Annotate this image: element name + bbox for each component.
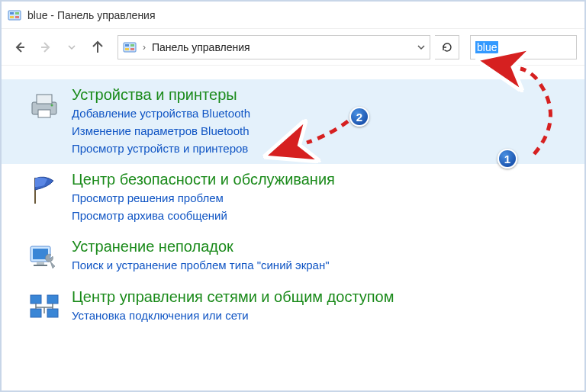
result-security-maintenance[interactable]: Центр безопасности и обслуживания Просмо… (2, 164, 584, 231)
control-panel-window: blue - Панель управления › Панель управл… (0, 0, 586, 392)
refresh-button[interactable] (435, 35, 459, 59)
search-input[interactable]: blue (470, 35, 577, 59)
control-panel-icon (123, 40, 137, 54)
svg-rect-17 (34, 265, 47, 266)
svg-rect-6 (125, 44, 129, 47)
arrow-left-icon (13, 40, 27, 54)
result-link[interactable]: Изменение параметров Bluetooth (72, 124, 250, 139)
result-link[interactable]: Просмотр решения проблем (72, 191, 335, 206)
svg-rect-21 (47, 309, 58, 317)
address-dropdown[interactable] (417, 43, 425, 51)
svg-rect-1 (10, 12, 14, 14)
svg-rect-19 (47, 295, 58, 304)
result-devices-printers[interactable]: Устройства и принтеры Добавление устройс… (2, 79, 584, 164)
result-title[interactable]: Центр управления сетями и общим доступом (72, 288, 394, 306)
result-link[interactable]: Добавление устройства Bluetooth (72, 106, 250, 121)
printer-icon (27, 88, 61, 122)
result-title[interactable]: Устранение неполадок (72, 237, 330, 255)
window-title: blue - Панель управления (27, 9, 156, 21)
svg-rect-4 (15, 16, 19, 18)
chevron-down-icon (68, 43, 76, 51)
result-title[interactable]: Устройства и принтеры (72, 85, 250, 104)
control-panel-icon (8, 8, 21, 22)
result-troubleshooting[interactable]: Устранение неполадок Поиск и устранение … (2, 231, 584, 281)
back-button[interactable] (9, 37, 31, 58)
result-link[interactable]: Просмотр устройств и принтеров (72, 141, 250, 156)
result-link[interactable]: Поиск и устранение проблем типа "синий э… (72, 258, 330, 273)
arrow-right-icon (39, 40, 53, 54)
troubleshoot-icon (27, 240, 61, 274)
svg-rect-11 (37, 95, 52, 104)
breadcrumb-label[interactable]: Панель управления (152, 41, 250, 53)
svg-rect-18 (31, 295, 41, 304)
svg-point-13 (51, 104, 53, 107)
chevron-down-icon (417, 43, 425, 51)
search-value: blue (475, 41, 498, 53)
svg-rect-12 (38, 110, 50, 117)
address-bar[interactable]: › Панель управления (118, 35, 430, 59)
search-results: Устройства и принтеры Добавление устройс… (2, 66, 584, 332)
forward-button[interactable] (35, 37, 56, 58)
svg-rect-16 (37, 262, 44, 265)
svg-rect-8 (125, 48, 129, 50)
navbar: › Панель управления blue (2, 29, 584, 66)
network-icon (27, 291, 61, 324)
svg-rect-9 (130, 48, 134, 50)
svg-rect-7 (130, 44, 134, 47)
svg-rect-0 (8, 11, 21, 20)
recent-dropdown[interactable] (61, 37, 82, 58)
result-link[interactable]: Установка подключения или сети (72, 308, 394, 323)
result-title[interactable]: Центр безопасности и обслуживания (72, 170, 335, 188)
result-network-sharing[interactable]: Центр управления сетями и общим доступом… (2, 281, 584, 332)
result-link[interactable]: Просмотр архива сообщений (72, 208, 335, 223)
breadcrumb-separator-icon: › (143, 42, 146, 53)
svg-rect-3 (10, 16, 14, 18)
flag-icon (27, 173, 61, 207)
titlebar: blue - Панель управления (2, 2, 584, 29)
svg-rect-20 (31, 309, 41, 317)
refresh-icon (441, 41, 453, 53)
arrow-up-icon (91, 40, 105, 54)
up-button[interactable] (87, 37, 108, 58)
svg-rect-2 (15, 12, 19, 14)
svg-rect-5 (124, 43, 136, 52)
